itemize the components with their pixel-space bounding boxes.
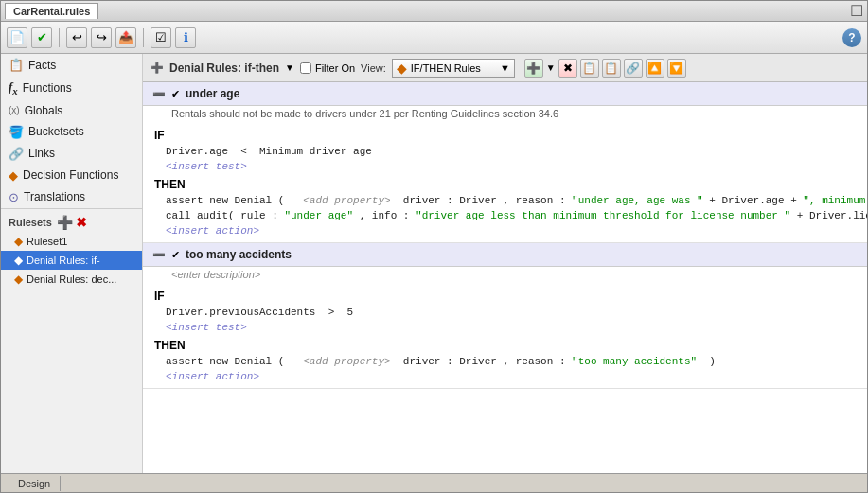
filter-area: Filter On bbox=[300, 62, 355, 74]
sidebar-item-globals-label: Globals bbox=[25, 104, 63, 117]
rules-header: ➕ Denial Rules: if-then ▼ Filter On View… bbox=[143, 54, 867, 82]
title-bar: CarRental.rules ☐ bbox=[1, 1, 867, 22]
info-button[interactable]: ℹ bbox=[175, 27, 196, 48]
rule-under-age-action-1[interactable]: assert new Denial ( <add property> drive… bbox=[143, 193, 867, 208]
sidebar-item-ruleset1-label: Ruleset1 bbox=[27, 236, 67, 247]
rule-too-many-accidents-title: too many accidents bbox=[186, 248, 292, 261]
rule-under-age-body: IF Driver.age < Minimum driver age <inse… bbox=[143, 121, 867, 242]
expand-all-button[interactable]: 🔼 bbox=[646, 59, 664, 78]
undo-button[interactable]: ↩ bbox=[66, 27, 87, 48]
if-label-2: IF bbox=[143, 286, 867, 305]
export-button[interactable]: 📤 bbox=[115, 27, 136, 48]
collapse-all-button[interactable]: 🔽 bbox=[667, 59, 686, 78]
denial-rules-dec-icon: ◆ bbox=[14, 273, 23, 286]
rule-too-many-accidents-body: IF Driver.previousAccidents > 5 <insert … bbox=[143, 282, 867, 388]
toolbar-separator-1 bbox=[59, 28, 60, 47]
check-button[interactable]: ☑ bbox=[151, 27, 171, 48]
sidebar-item-globals[interactable]: (x) Globals bbox=[1, 100, 142, 121]
help-button[interactable]: ? bbox=[842, 28, 861, 47]
toolbar: 📄 ✔ ↩ ↪ 📤 ☑ ℹ ? bbox=[1, 22, 867, 54]
rulesets-label: Rulesets bbox=[9, 217, 52, 228]
add-property-1[interactable]: <add property> bbox=[303, 195, 390, 206]
toolbar-separator-2 bbox=[143, 28, 144, 47]
sidebar-item-translations-label: Translations bbox=[24, 190, 85, 203]
rule-under-age-desc: Rentals should not be made to drivers un… bbox=[143, 106, 867, 121]
rule-too-many-accidents-header: ➖ ✔ too many accidents bbox=[143, 243, 867, 267]
functions-icon: fx bbox=[9, 79, 18, 97]
save-button[interactable]: 📄 bbox=[7, 27, 27, 48]
rule-under-age-collapse[interactable]: ➖ bbox=[152, 88, 166, 100]
rule-too-many-accidents-collapse[interactable]: ➖ bbox=[152, 249, 166, 261]
copy-button[interactable]: 📋 bbox=[580, 59, 599, 78]
sidebar-item-denial-rules-if[interactable]: ◆ Denial Rules: if- bbox=[1, 251, 142, 270]
add-rule-dropdown[interactable]: ▼ bbox=[546, 62, 556, 73]
add-ruleset-button[interactable]: ➕ bbox=[57, 215, 73, 230]
title-tab[interactable]: CarRental.rules bbox=[5, 3, 98, 19]
denial-rules-if-icon: ◆ bbox=[14, 254, 23, 267]
rule-too-many-accidents-check-icon: ✔ bbox=[171, 249, 180, 261]
sidebar-item-decision-functions[interactable]: ◆ Decision Functions bbox=[1, 165, 142, 186]
sidebar-item-decision-functions-label: Decision Functions bbox=[23, 168, 118, 182]
sidebar-item-denial-rules-dec[interactable]: ◆ Denial Rules: dec... bbox=[1, 270, 142, 289]
view-select[interactable]: ◆ IF/THEN Rules ▼ bbox=[392, 59, 515, 78]
rule-under-age-then-insert[interactable]: <insert action> bbox=[143, 223, 867, 238]
view-diamond-icon: ◆ bbox=[397, 61, 407, 76]
rulesets-header: Rulesets ➕ ✖ bbox=[1, 208, 142, 232]
bucketsets-icon: 🪣 bbox=[9, 125, 24, 139]
content-area: ➕ Denial Rules: if-then ▼ Filter On View… bbox=[143, 54, 867, 473]
links-icon: 🔗 bbox=[9, 147, 24, 161]
restore-button[interactable]: ☐ bbox=[850, 2, 863, 20]
rule-under-age-condition-1[interactable]: Driver.age < Minimum driver age bbox=[143, 144, 867, 159]
sidebar-item-bucketsets-label: Bucketsets bbox=[28, 125, 84, 138]
view-dropdown-icon: ▼ bbox=[500, 62, 510, 74]
rule-under-age: ➖ ✔ under age Rentals should not be made… bbox=[143, 82, 867, 243]
section-dropdown-button[interactable]: ▼ bbox=[285, 62, 294, 73]
design-tab[interactable]: Design bbox=[9, 476, 61, 491]
sidebar-item-bucketsets[interactable]: 🪣 Bucketsets bbox=[1, 121, 142, 143]
sidebar-item-denial-rules-dec-label: Denial Rules: dec... bbox=[27, 273, 116, 285]
rules-content: ➖ ✔ under age Rentals should not be made… bbox=[143, 82, 867, 473]
main-window: CarRental.rules ☐ 📄 ✔ ↩ ↪ 📤 ☑ ℹ ? 📋 Fact… bbox=[0, 0, 868, 493]
translations-icon: ⊙ bbox=[9, 190, 19, 204]
sidebar-item-links-label: Links bbox=[28, 147, 55, 160]
link-button[interactable]: 🔗 bbox=[624, 59, 643, 78]
filter-checkbox[interactable] bbox=[300, 62, 311, 74]
sidebar-item-links[interactable]: 🔗 Links bbox=[1, 143, 142, 165]
rule-under-age-if-insert[interactable]: <insert test> bbox=[143, 159, 867, 174]
rule-too-many-accidents: ➖ ✔ too many accidents <enter descriptio… bbox=[143, 243, 867, 389]
rule-too-many-accidents-action-1[interactable]: assert new Denial ( <add property> drive… bbox=[143, 354, 867, 369]
validate-button[interactable]: ✔ bbox=[31, 27, 52, 48]
sidebar-item-functions-label: Functions bbox=[23, 81, 72, 95]
rule-under-age-header: ➖ ✔ under age bbox=[143, 82, 867, 106]
delete-rule-button[interactable]: ✖ bbox=[558, 59, 577, 78]
sidebar-item-facts[interactable]: 📋 Facts bbox=[1, 54, 142, 76]
remove-ruleset-button[interactable]: ✖ bbox=[76, 215, 87, 230]
ruleset1-icon: ◆ bbox=[14, 235, 23, 248]
add-rule-button[interactable]: ➕ bbox=[524, 59, 543, 78]
view-option-label: IF/THEN Rules bbox=[411, 62, 481, 74]
rule-too-many-accidents-then-insert[interactable]: <insert action> bbox=[143, 369, 867, 384]
view-label: View: bbox=[361, 62, 386, 74]
if-label-1: IF bbox=[143, 125, 867, 144]
facts-icon: 📋 bbox=[9, 58, 24, 72]
expand-section-button[interactable]: ➕ bbox=[151, 62, 164, 74]
filter-label: Filter On bbox=[315, 62, 355, 74]
sidebar-item-ruleset1[interactable]: ◆ Ruleset1 bbox=[1, 232, 142, 251]
decision-functions-icon: ◆ bbox=[9, 168, 18, 183]
add-property-2[interactable]: <add property> bbox=[303, 356, 390, 367]
sidebar: 📋 Facts fx Functions (x) Globals 🪣 Bucke… bbox=[1, 54, 143, 473]
sidebar-item-facts-label: Facts bbox=[28, 59, 56, 72]
globals-icon: (x) bbox=[9, 105, 20, 115]
sidebar-item-functions[interactable]: fx Functions bbox=[1, 76, 142, 100]
rulesets-actions: ➕ ✖ bbox=[57, 215, 87, 230]
rule-too-many-accidents-condition-1[interactable]: Driver.previousAccidents > 5 bbox=[143, 305, 867, 320]
sidebar-item-translations[interactable]: ⊙ Translations bbox=[1, 186, 142, 208]
paste-button[interactable]: 📋 bbox=[602, 59, 621, 78]
main-content: 📋 Facts fx Functions (x) Globals 🪣 Bucke… bbox=[1, 54, 867, 473]
rule-under-age-check-icon: ✔ bbox=[171, 88, 180, 100]
rule-too-many-accidents-if-insert[interactable]: <insert test> bbox=[143, 320, 867, 335]
redo-button[interactable]: ↪ bbox=[91, 27, 112, 48]
rule-under-age-action-2[interactable]: call audit( rule : "under age" , info : … bbox=[143, 208, 867, 223]
bottom-bar: Design bbox=[1, 473, 867, 492]
rules-toolbar: ➕ ▼ ✖ 📋 📋 🔗 🔼 🔽 bbox=[524, 59, 686, 78]
